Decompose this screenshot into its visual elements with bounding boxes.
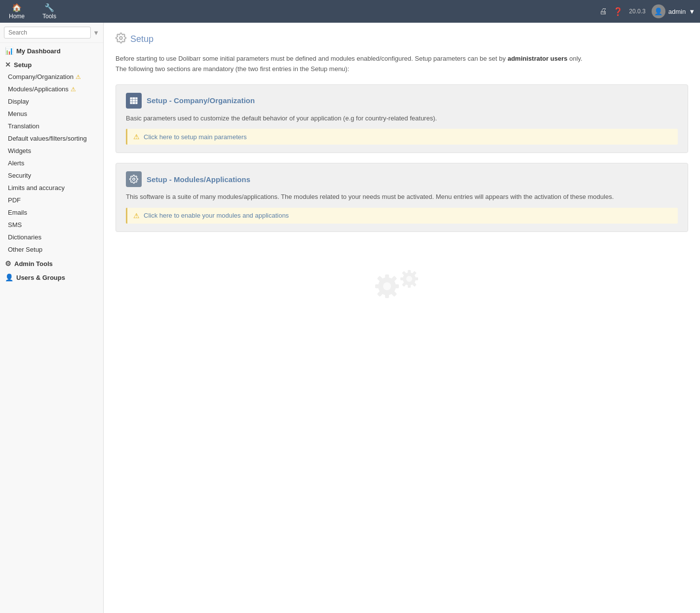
sidebar-modules-apps-label: Modules/Applications [8,85,69,93]
home-icon: 🏠 [12,3,22,12]
admin-tools-icon: ⚙ [5,260,11,268]
svg-rect-10 [385,292,389,298]
sidebar-emails-label: Emails [8,209,27,216]
sidebar-display-label: Display [8,98,29,105]
svg-rect-11 [375,284,381,288]
svg-rect-9 [385,274,389,280]
navbar-tools-label: Tools [42,13,56,20]
desc-bold: administrator users [507,55,567,62]
search-input[interactable] [4,27,91,38]
warning-triangle-icon: ⚠ [133,133,140,141]
sidebar-limits-accuracy-label: Limits and accuracy [8,184,65,192]
print-icon[interactable]: 🖨 [599,7,607,16]
sidebar-item-display[interactable]: Display [0,95,103,108]
sidebar-item-company-org[interactable]: Company/Organization ⚠ [0,71,103,83]
main-content: Setup Before starting to use Dolibarr so… [104,23,700,613]
sidebar: ▼ 📊 My Dashboard ✕ Setup Company/Organiz… [0,23,104,613]
svg-point-0 [119,37,122,39]
admin-label: admin [668,8,686,15]
setup-section-icon: ✕ [5,61,11,69]
sidebar-users-groups-label: Users & Groups [16,274,65,281]
svg-rect-1 [130,97,138,104]
sidebar-item-widgets[interactable]: Widgets [0,145,103,157]
sidebar-item-dictionaries[interactable]: Dictionaries [0,231,103,243]
desc-line2: only. [569,55,583,62]
sidebar-item-pdf[interactable]: PDF [0,194,103,206]
sidebar-widgets-label: Widgets [8,147,31,154]
svg-rect-12 [393,284,399,288]
sidebar-admin-tools-label: Admin Tools [14,260,53,268]
sidebar-search-container: ▼ [0,23,103,43]
warning-icon-company: ⚠ [76,74,81,80]
search-dropdown-icon[interactable]: ▼ [93,29,99,37]
sidebar-item-alerts[interactable]: Alerts [0,157,103,169]
navbar-left: 🏠 Home 🔧 Tools [5,1,599,22]
sidebar-company-org-label: Company/Organization [8,73,74,80]
card-modules-warning-link[interactable]: Click here to enable your modules and ap… [144,212,289,219]
desc-line1: Before starting to use Dolibarr some ini… [116,55,506,62]
page-description: Before starting to use Dolibarr some ini… [116,54,688,75]
card-modules-title: Setup - Modules/Applications [147,175,250,184]
card-modules-warning: ⚠ Click here to enable your modules and … [126,208,678,224]
svg-point-8 [383,282,391,290]
sidebar-section-admin-tools[interactable]: ⚙ Admin Tools [0,256,103,269]
sidebar-sms-label: SMS [8,221,22,229]
navbar: 🏠 Home 🔧 Tools 🖨 ❓ 20.0.3 👤 admin ▼ [0,0,700,23]
admin-user-menu[interactable]: 👤 admin ▼ [652,4,695,18]
gears-svg [372,262,431,311]
users-groups-icon: 👤 [5,273,13,281]
sidebar-setup-label: Setup [14,61,32,69]
svg-rect-21 [400,277,405,280]
sidebar-item-security[interactable]: Security [0,169,103,182]
sidebar-item-limits-accuracy[interactable]: Limits and accuracy [0,182,103,194]
page-title-icon [116,33,126,46]
card-modules-icon [126,171,142,187]
sidebar-item-other-setup[interactable]: Other Setup [0,243,103,256]
card-company-org: Setup - Company/Organization Basic param… [116,84,688,153]
svg-rect-19 [408,270,411,274]
app-body: ▼ 📊 My Dashboard ✕ Setup Company/Organiz… [0,23,700,613]
tools-icon: 🔧 [44,3,54,12]
version-badge: 20.0.3 [629,8,645,15]
page-title: Setup [130,34,154,44]
sidebar-my-dashboard-label: My Dashboard [16,47,61,55]
card-modules-title-row: Setup - Modules/Applications [126,171,678,187]
sidebar-item-menus[interactable]: Menus [0,108,103,120]
svg-rect-20 [408,283,411,288]
sidebar-other-setup-label: Other Setup [8,246,42,253]
sidebar-item-emails[interactable]: Emails [0,206,103,219]
card-company-icon [126,93,142,109]
sidebar-menus-label: Menus [8,110,27,117]
sidebar-section-users-groups[interactable]: 👤 Users & Groups [0,269,103,283]
admin-dropdown-icon: ▼ [689,8,695,15]
sidebar-item-translation[interactable]: Translation [0,120,103,132]
sidebar-section-my-dashboard[interactable]: 📊 My Dashboard [0,43,103,57]
sidebar-dictionaries-label: Dictionaries [8,233,41,241]
sidebar-item-modules-apps[interactable]: Modules/Applications ⚠ [0,83,103,95]
card-modules-apps: Setup - Modules/Applications This softwa… [116,163,688,232]
warning-triangle-icon-2: ⚠ [133,212,140,220]
svg-point-18 [406,276,412,282]
desc-line3: The following two sections are mandatory… [116,65,349,73]
svg-rect-22 [414,277,418,280]
sidebar-alerts-label: Alerts [8,159,24,167]
navbar-tools[interactable]: 🔧 Tools [39,1,60,22]
help-icon[interactable]: ❓ [613,7,623,16]
card-company-warning: ⚠ Click here to setup main parameters [126,129,678,145]
navbar-home-label: Home [9,13,25,20]
page-title-row: Setup [116,33,688,46]
navbar-home[interactable]: 🏠 Home [5,1,29,22]
card-modules-description: This software is a suite of many modules… [126,192,678,202]
navbar-right: 🖨 ❓ 20.0.3 👤 admin ▼ [599,4,695,18]
card-company-title: Setup - Company/Organization [147,96,255,105]
card-company-warning-link[interactable]: Click here to setup main parameters [144,133,247,141]
sidebar-item-sms[interactable]: SMS [0,219,103,231]
sidebar-pdf-label: PDF [8,196,21,204]
sidebar-default-values-label: Default values/filters/sorting [8,135,87,142]
sidebar-translation-label: Translation [8,122,39,130]
sidebar-section-setup[interactable]: ✕ Setup [0,57,103,71]
gears-decoration [116,242,688,331]
sidebar-item-default-values[interactable]: Default values/filters/sorting [0,132,103,145]
warning-icon-modules: ⚠ [71,86,76,93]
admin-avatar: 👤 [652,4,665,18]
